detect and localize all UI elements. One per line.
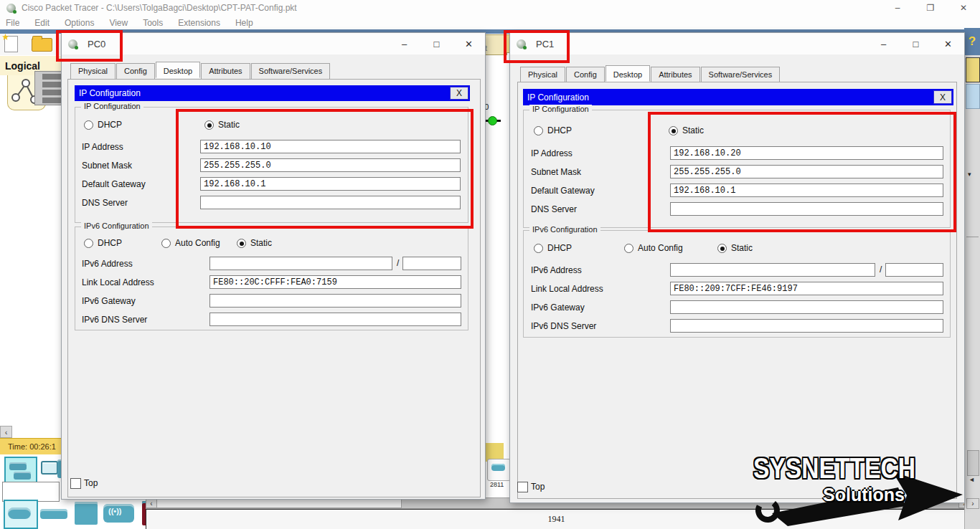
pc1-ipv6-dns-field[interactable] [670,319,943,333]
pc0-ipv4-legend: IP Configuration [81,102,143,110]
pc1-default-gateway-field[interactable] [670,184,943,197]
palette-scroll-left-arrow[interactable]: ‹ [146,498,157,508]
bottom-scroll-right-arrow[interactable]: › [966,498,979,509]
open-folder-icon[interactable] [32,38,52,52]
menu-file[interactable]: File [6,18,19,28]
pc0-minimize-button[interactable]: – [388,33,420,54]
pc1-dns-server-field[interactable] [670,202,943,216]
minimize-button[interactable]: – [881,0,914,16]
pc1-maximize-button[interactable]: □ [900,33,932,54]
pc1-ipv6-static-radio[interactable] [717,244,727,253]
simulation-time-bar[interactable]: Time: 00:26:1 [0,438,62,454]
right-scrollbar-thumb[interactable] [967,450,979,476]
logical-tab[interactable]: Logical [5,60,40,72]
help-area: ? [964,28,980,55]
tab-software-services[interactable]: Software/Services [701,67,781,83]
pc0-top-checkbox-label: Top [84,478,98,488]
pc1-window-title: PC1 [536,39,554,49]
pc0-dhcp-radio[interactable] [84,120,93,130]
new-file-icon[interactable] [4,36,18,52]
pc1-link-local-field[interactable] [670,282,943,295]
pc0-ipv6-static-radio[interactable] [237,239,246,248]
pc1-dhcp-label: DHCP [547,125,572,135]
switch-device-icon[interactable] [40,505,69,523]
menu-view[interactable]: View [109,18,128,28]
pc0-ipv6-prefix-field[interactable] [402,257,461,270]
pc1-close-button[interactable]: ✕ [932,33,964,54]
pc1-tab-bar: Physical Config Desktop Attributes Softw… [520,67,781,83]
tool-button-blue[interactable] [966,84,980,109]
strip-divider [966,237,979,237]
pc1-ipv6-address-field[interactable] [670,263,875,277]
pc0-ip-address-field[interactable] [200,140,461,153]
router-model-label: 2811 [490,481,504,488]
pc1-ipv6-dhcp-radio[interactable] [534,244,543,253]
pc1-ipconfig-close-icon[interactable]: X [933,90,952,104]
pc1-ipconfig-titlebar: IP Configuration X [523,89,953,105]
pc0-top-checkbox[interactable] [70,478,81,489]
pc0-window: PC0 – □ ✕ Physical Config Desktop Attrib… [61,32,486,500]
menubar: File Edit Options View Tools Extensions … [0,16,980,29]
tab-desktop[interactable]: Desktop [606,65,650,82]
pc0-ipv6-dns-field[interactable] [209,313,461,326]
pc1-default-gateway-label: Default Gateway [531,186,595,196]
tab-physical[interactable]: Physical [520,67,565,83]
help-icon[interactable]: ? [969,34,976,49]
pc0-default-gateway-field[interactable] [200,177,461,191]
pc0-subnet-mask-field[interactable] [200,158,461,172]
tab-software-services[interactable]: Software/Services [251,63,331,80]
tab-config[interactable]: Config [566,67,605,83]
pc0-static-radio[interactable] [204,120,214,130]
pc0-maximize-button[interactable]: □ [420,33,453,54]
window-title: Cisco Packet Tracer - C:\Users\TolgaBagc… [22,3,297,13]
pc1-subnet-mask-field[interactable] [670,165,943,178]
pc1-static-label: Static [682,125,704,135]
pc1-ipconfig-title: IP Configuration [527,92,589,103]
menu-extensions[interactable]: Extensions [178,18,220,28]
pc1-static-radio[interactable] [669,126,678,135]
tab-attributes[interactable]: Attributes [201,63,250,80]
pc0-ipv6-autoconfig-radio[interactable] [161,239,171,248]
pc0-window-icon [68,39,77,49]
pc1-ipv6-gateway-field[interactable] [670,300,943,314]
pc1-ipv6-static-label: Static [731,243,753,253]
menu-tools[interactable]: Tools [143,18,163,28]
access-point-device-icon[interactable]: ((•)) [103,502,135,525]
pc0-ipconfig-title: IP Configuration [79,88,141,98]
maximize-button[interactable]: ❐ [914,0,947,16]
router-device-icon[interactable] [4,500,38,529]
pc1-ipv4-groupbox: IP Configuration DHCP Static IP Address … [523,110,951,228]
pc1-ipv6-autoconfig-radio[interactable] [624,244,633,253]
palette-scrollbar-thumb[interactable] [156,498,402,508]
pc0-close-button[interactable]: ✕ [453,33,485,54]
pc1-top-checkbox[interactable] [517,482,528,492]
pc1-ipv6-dns-label: IPv6 DNS Server [531,321,596,331]
menu-options[interactable]: Options [65,18,94,28]
tab-config[interactable]: Config [116,63,155,80]
pc1-ipv6-dhcp-label: DHCP [547,243,572,253]
pc1-ipv6-prefix-field[interactable] [885,263,943,277]
pc1-minimize-button[interactable]: – [867,33,900,54]
tab-desktop[interactable]: Desktop [156,62,200,78]
pc0-ipconfig-close-icon[interactable]: X [450,87,468,100]
menu-help[interactable]: Help [235,18,253,28]
pc0-ipv6-legend: IPv6 Configuration [81,221,152,230]
tab-attributes[interactable]: Attributes [651,67,699,83]
router-2811-icon[interactable]: 2811 [487,459,511,481]
pc1-ip-address-field[interactable] [670,146,943,160]
close-button[interactable]: ✕ [947,0,980,16]
hub-device-icon[interactable] [73,500,99,526]
pc1-dhcp-radio[interactable] [534,126,543,135]
triangle-left-icon: ◄ [969,476,975,483]
pc0-ipv6-address-field[interactable] [209,257,392,270]
pc0-ipv6-gateway-field[interactable] [209,294,461,308]
chevron-down-icon[interactable]: ▾ [968,171,971,178]
device-model-bar[interactable]: 1941 [146,509,967,529]
pc0-dns-server-field[interactable] [200,196,461,209]
pc0-link-local-field[interactable] [209,275,461,289]
pc0-ipv6-dhcp-radio[interactable] [84,239,93,248]
tab-physical[interactable]: Physical [70,63,116,80]
tool-button-yellow[interactable] [966,57,980,82]
canvas-scroll-left-arrow[interactable]: ‹ [0,426,12,438]
menu-edit[interactable]: Edit [34,18,50,28]
